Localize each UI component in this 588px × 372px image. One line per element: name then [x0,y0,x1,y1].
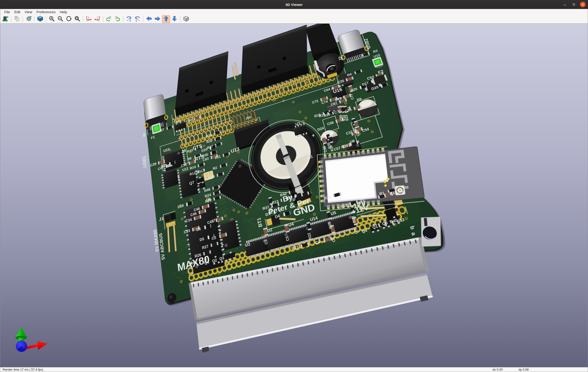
toolbar-separator [11,16,11,22]
rotate-y-cw-icon: Y [106,16,112,23]
toolbar-button-ortho-projection[interactable] [182,15,190,23]
copy-image-icon [14,16,20,23]
toolbar-button-copy-image[interactable] [13,15,21,23]
toolbar-button-rotate-z-ccw[interactable]: Z [133,15,141,23]
toolbar-separator [46,16,46,22]
3d-viewer-window: 3D Viewer File Edit View Preferences Hel… [0,0,588,372]
move-right-icon [154,16,161,23]
toolbar-button-zoom-out[interactable] [56,15,64,23]
ortho-projection-icon [183,16,189,23]
window-title: 3D Viewer [0,3,588,7]
render-time-status: Render time 17 ms ( 57,4 fps) [3,368,43,371]
rotate-x-cw-icon: X [86,16,92,23]
toolbar-button-rotate-y-cw[interactable]: Y [105,15,113,23]
menu-view[interactable]: View [22,10,34,14]
x-axis-arrow [25,341,47,350]
move-up-icon [163,16,169,23]
toolbar-button-render-realistic[interactable] [36,15,44,23]
close-button[interactable] [580,2,586,7]
minimize-button[interactable] [562,2,568,7]
dy-status: dy 0,58 [519,368,529,371]
silkscreen-label: R6 [142,132,146,138]
menu-edit[interactable]: Edit [12,10,22,14]
svg-text:X: X [98,16,100,18]
svg-text:X: X [86,16,88,18]
toolbar-button-move-up[interactable] [162,15,170,23]
toolbar-button-reload-board[interactable] [1,15,10,23]
render-options-icon [25,16,32,23]
toolbar-button-rotate-x-ccw[interactable]: X [93,15,101,23]
toolbar-button-move-down[interactable] [170,15,178,23]
rotate-z-cw-icon: Z [126,16,132,23]
rotate-x-ccw-icon: X [94,16,100,23]
redraw-icon [66,16,72,23]
menu-file[interactable]: File [2,10,12,14]
statusbar: Render time 17 ms ( 57,4 fps) dx 0,00 dy… [0,367,588,372]
menu-preferences[interactable]: Preferences [34,10,58,14]
toolbar-separator [123,16,123,22]
toolbar-separator [23,16,23,22]
toolbar-button-move-right[interactable] [154,15,161,23]
toolbar-button-zoom-in[interactable] [48,15,56,23]
toolbar: X X Y Y Z Z [0,15,588,24]
toolbar-button-redraw[interactable] [65,15,73,23]
pcb-3d-model[interactable]: USB1R6F1R7U9C40C39J4R31R30R47△Q7R46R24R2… [144,32,442,305]
reload-board-icon [2,16,9,23]
svg-text:Z: Z [136,19,137,22]
toolbar-separator [103,16,103,22]
toolbar-separator [143,16,143,22]
toolbar-separator [83,16,83,22]
svg-text:Y: Y [115,16,117,18]
rotate-z-ccw-icon: Z [134,16,140,23]
silkscreen-label: I7 [212,218,216,223]
toolbar-separator [34,16,34,22]
zoom-to-fit-icon [74,16,80,23]
toolbar-button-move-left[interactable] [145,15,153,23]
toolbar-button-rotate-x-cw[interactable]: X [85,15,93,23]
y-axis-arrow [15,327,27,343]
maximize-button[interactable] [571,2,577,7]
pcb-board-graphic: USB1R6F1R7U9C40C39J4R31R30R47△Q7R46R24R2… [144,32,442,305]
dx-status: dx 0,00 [493,368,503,371]
toolbar-button-zoom-to-fit[interactable] [73,15,81,23]
titlebar[interactable]: 3D Viewer [0,0,588,9]
svg-text:Z: Z [129,19,131,22]
toolbar-button-rotate-y-ccw[interactable]: Y [113,15,121,23]
axis-orientation-gizmo [12,326,50,355]
z-axis-arrow [16,340,27,352]
zoom-in-icon [49,16,55,23]
menu-help[interactable]: Help [58,10,69,14]
toolbar-separator [180,16,180,22]
menubar: File Edit View Preferences Help [0,9,588,15]
zoom-out-icon [57,16,63,23]
svg-text:Y: Y [110,16,111,18]
move-down-icon [171,16,178,23]
silkscreen-label: USB1 [141,155,147,168]
rotate-y-ccw-icon: Y [114,16,120,23]
render-realistic-icon [37,16,43,23]
toolbar-button-rotate-z-cw[interactable]: Z [125,15,133,23]
3d-viewport[interactable]: USB1R6F1R7U9C40C39J4R31R30R47△Q7R46R24R2… [0,24,588,367]
toolbar-button-render-options[interactable] [25,15,32,23]
move-left-icon [146,16,152,23]
